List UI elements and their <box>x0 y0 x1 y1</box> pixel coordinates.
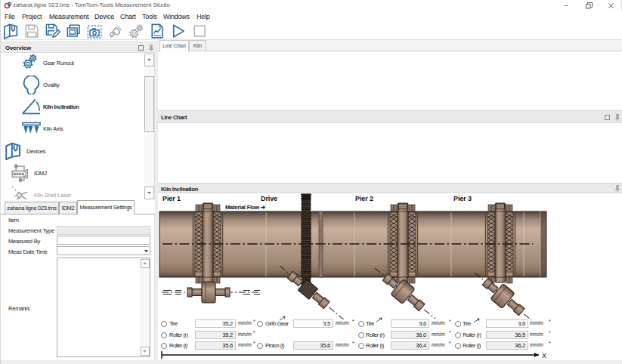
svg-text:Material Flow ➔: Material Flow ➔ <box>225 204 266 211</box>
svg-text:Drive: Drive <box>261 195 277 202</box>
svg-text:X: X <box>542 352 546 359</box>
svg-text:Pier 3: Pier 3 <box>453 195 472 202</box>
svg-text:Pier 1: Pier 1 <box>162 195 181 202</box>
svg-text:Pier 2: Pier 2 <box>355 195 373 202</box>
